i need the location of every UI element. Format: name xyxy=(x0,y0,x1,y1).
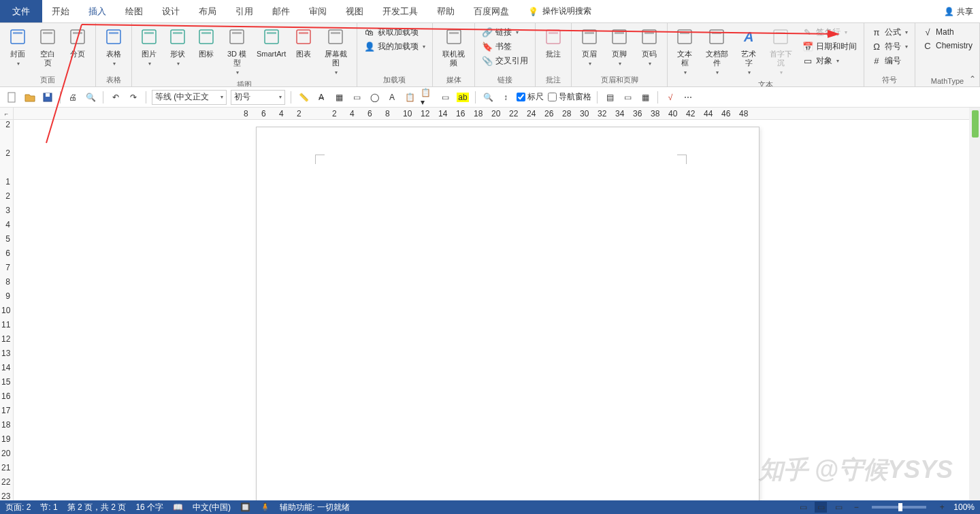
smartart-button[interactable]: SmartArt xyxy=(255,25,288,60)
tab-home[interactable]: 开始 xyxy=(42,0,79,22)
wordart-button[interactable]: A艺术字▾ xyxy=(736,25,762,78)
footer-button[interactable]: 页脚▾ xyxy=(606,25,633,69)
zoom-thumb[interactable] xyxy=(898,503,902,511)
symbol-button[interactable]: Ω符号▾ xyxy=(868,40,911,53)
myaddins-button[interactable]: 👤我的加载项▾ xyxy=(361,40,428,53)
find-icon[interactable]: 🔍 xyxy=(481,91,495,104)
table-button[interactable]: 表格▾ xyxy=(100,25,127,69)
link-button[interactable]: 🔗链接▾ xyxy=(479,26,531,39)
replace-icon[interactable]: ↕ xyxy=(499,91,512,104)
cover-button[interactable]: 封面▾ xyxy=(4,25,31,69)
scroll-thumb[interactable] xyxy=(972,110,979,138)
navpane-checkbox[interactable]: 导航窗格 xyxy=(548,91,591,103)
chart-button[interactable]: 图表 xyxy=(291,25,316,60)
vertical-ruler[interactable]: 2 2 123456789101112131415161718192021222… xyxy=(0,108,14,500)
paste-icon[interactable]: 📋 xyxy=(403,91,416,104)
status-section[interactable]: 节: 1 xyxy=(40,502,57,513)
window-icon[interactable]: ▭ xyxy=(621,91,634,104)
tab-design[interactable]: 设计 xyxy=(152,0,189,22)
pagebreak-button[interactable]: 分页 xyxy=(64,25,91,60)
dropcap-button[interactable]: 首字下沉▾ xyxy=(764,25,797,78)
tab-mailings[interactable]: 邮件 xyxy=(263,0,299,22)
tab-developer[interactable]: 开发工具 xyxy=(373,0,427,22)
equation-button[interactable]: π公式▾ xyxy=(868,26,911,39)
textbox-button[interactable]: 文本框▾ xyxy=(672,25,698,78)
picture-button[interactable]: 图片▾ xyxy=(136,25,162,69)
tab-baidu[interactable]: 百度网盘 xyxy=(464,0,519,22)
quickparts-button[interactable]: 文档部件▾ xyxy=(700,25,733,78)
blank-button[interactable]: 空白页 xyxy=(34,25,62,69)
borders-icon[interactable]: ▭ xyxy=(350,91,363,104)
vertical-scrollbar[interactable] xyxy=(969,108,980,500)
store-button[interactable]: 🛍获取加载项 xyxy=(361,26,428,39)
font-size-selector[interactable]: 初号▾ xyxy=(231,90,285,105)
shape-icon[interactable]: ◯ xyxy=(368,91,381,104)
number-button[interactable]: #编号 xyxy=(868,54,911,67)
object-button[interactable]: ▭对象▾ xyxy=(800,54,860,67)
paste-special-icon[interactable]: 📋▾ xyxy=(421,91,434,104)
zoom-in-icon[interactable]: + xyxy=(936,502,948,513)
screenshot-button[interactable]: 屏幕截图▾ xyxy=(319,25,353,78)
preview-icon[interactable]: 🔍 xyxy=(84,91,97,104)
status-language[interactable]: 中文(中国) xyxy=(193,502,231,513)
collapse-ribbon-icon[interactable]: ⌃ xyxy=(969,74,976,84)
track-icon[interactable]: 🔲 xyxy=(240,502,250,512)
text-icon[interactable]: A xyxy=(385,91,399,104)
equation-small-icon[interactable]: √ xyxy=(664,91,677,104)
zoom-slider[interactable] xyxy=(872,506,926,509)
status-words[interactable]: 16 个字 xyxy=(135,502,163,513)
open-icon[interactable] xyxy=(23,91,37,104)
icons-button[interactable]: 图标 xyxy=(193,25,219,60)
horizontal-ruler[interactable]: 8 6 4 2 2 4 6 8 10 12 14 16 18 20 22 24 … xyxy=(14,108,980,120)
tab-insert[interactable]: 插入 xyxy=(79,0,116,22)
tab-view[interactable]: 视图 xyxy=(336,0,373,22)
textbox-small-icon[interactable]: ▭ xyxy=(438,91,452,104)
tab-references[interactable]: 引用 xyxy=(226,0,263,22)
ruler-icon[interactable]: 📏 xyxy=(297,91,310,104)
split-icon[interactable]: ▤ xyxy=(603,91,617,104)
zoom-percent[interactable]: 100% xyxy=(953,502,975,512)
bookmark-button[interactable]: 🔖书签 xyxy=(479,40,531,53)
datetime-button[interactable]: 📅日期和时间 xyxy=(800,40,860,53)
header-button[interactable]: 页眉▾ xyxy=(576,25,603,69)
print-layout-icon[interactable]: ▭ xyxy=(815,502,827,513)
highlight-icon[interactable]: ab xyxy=(456,91,470,104)
arrange-icon[interactable]: ▦ xyxy=(638,91,652,104)
zoom-out-icon[interactable]: − xyxy=(850,502,862,513)
ruler-tab-stop[interactable]: ⌐ xyxy=(0,108,14,120)
clear-format-icon[interactable]: A̶ xyxy=(314,91,328,104)
print-icon[interactable]: 🖨 xyxy=(66,91,80,104)
a11y-icon[interactable]: 🧍 xyxy=(260,502,270,512)
document-canvas[interactable] xyxy=(14,120,980,500)
status-page[interactable]: 页面: 2 xyxy=(5,502,31,513)
spell-icon[interactable]: 📖 xyxy=(173,502,183,512)
table-small-icon[interactable]: ▦ xyxy=(332,91,346,104)
tab-help[interactable]: 帮助 xyxy=(427,0,464,22)
undo-icon[interactable]: ↶ xyxy=(109,91,122,104)
tab-review[interactable]: 审阅 xyxy=(299,0,336,22)
tab-layout[interactable]: 布局 xyxy=(189,0,226,22)
comment-button[interactable]: 批注 xyxy=(540,25,567,60)
web-layout-icon[interactable]: ▭ xyxy=(832,502,845,513)
pagenum-button[interactable]: 页码▾ xyxy=(636,25,663,69)
more-icon[interactable]: ⋯ xyxy=(681,91,695,104)
video-button[interactable]: 联机视频 xyxy=(437,25,470,69)
status-a11y[interactable]: 辅助功能: 一切就绪 xyxy=(280,502,350,513)
save-icon[interactable] xyxy=(41,91,54,104)
shapes-button[interactable]: 形状▾ xyxy=(165,25,191,69)
new-doc-icon[interactable] xyxy=(5,91,19,104)
ruler-checkbox[interactable]: 标尺 xyxy=(517,91,544,103)
tab-draw[interactable]: 绘图 xyxy=(116,0,152,22)
tell-me-search[interactable]: 💡 操作说明搜索 xyxy=(528,0,591,22)
status-pages[interactable]: 第 2 页，共 2 页 xyxy=(67,502,127,513)
math-button[interactable]: √Math xyxy=(919,26,975,38)
sig-button[interactable]: ✎签名行▾ xyxy=(800,26,860,39)
redo-icon[interactable]: ↷ xyxy=(127,91,140,104)
crossref-button[interactable]: 📎交叉引用 xyxy=(479,54,531,67)
3d-button[interactable]: 3D 模型▾ xyxy=(222,25,252,78)
tab-file[interactable]: 文件 xyxy=(0,0,42,22)
share-button[interactable]: 👤 共享 xyxy=(944,0,973,23)
chem-button[interactable]: CChemistry xyxy=(919,39,975,52)
read-mode-icon[interactable]: ▭ xyxy=(797,502,809,513)
font-selector[interactable]: 等线 (中文正文▾ xyxy=(152,90,227,105)
